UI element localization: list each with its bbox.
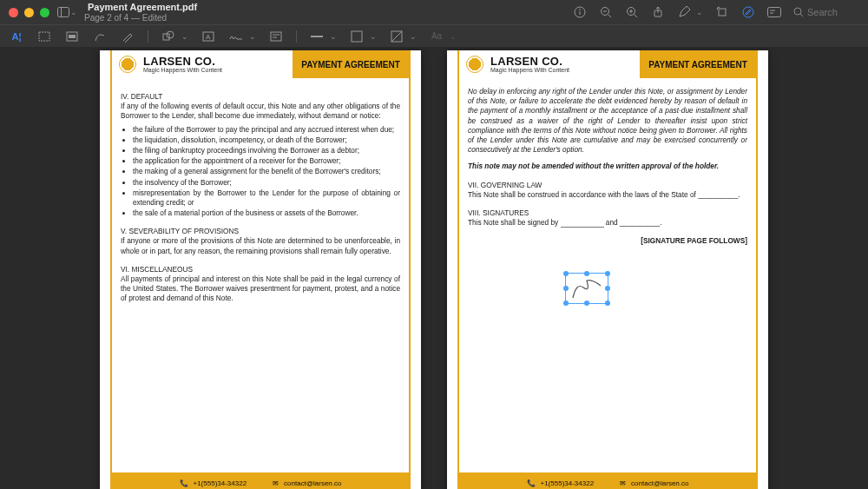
phone-icon: 📞 bbox=[180, 479, 188, 487]
chevron-down-icon[interactable]: ⌄ bbox=[181, 32, 188, 41]
resize-handle[interactable] bbox=[605, 271, 610, 276]
page-footer: 📞+1(555)34-34322 ✉contact@larsen.co bbox=[459, 472, 756, 489]
search-input[interactable] bbox=[807, 7, 859, 17]
footer-email: contact@larsen.co bbox=[631, 479, 688, 487]
chevron-down-icon[interactable]: ⌄ bbox=[370, 32, 377, 41]
svg-rect-21 bbox=[39, 32, 49, 41]
list-item: misrepresentation by the Borrower to the… bbox=[133, 188, 400, 208]
resize-handle[interactable] bbox=[605, 301, 610, 306]
body-text: If anyone or more of the provisions of t… bbox=[121, 236, 400, 255]
chevron-down-icon[interactable]: ⌄ bbox=[330, 32, 337, 41]
svg-line-9 bbox=[635, 15, 638, 18]
body-text: If any of the following events of defaul… bbox=[121, 102, 400, 121]
chevron-down-icon[interactable]: ⌄ bbox=[249, 32, 256, 41]
list-item: the application for the appointment of a… bbox=[133, 156, 400, 166]
titlebar: ⌄ Payment Agreement.pdf Page 2 of 4 — Ed… bbox=[0, 0, 868, 24]
email-icon: ✉ bbox=[620, 479, 626, 487]
document-canvas[interactable]: LARSEN CO. Magic Happens With Content PA… bbox=[0, 47, 868, 489]
document-title: Payment Agreement.pdf bbox=[88, 2, 197, 12]
document-type-flag: PAYMENT AGREEMENT bbox=[640, 50, 756, 78]
stroke-color-tool[interactable] bbox=[349, 29, 365, 44]
sidebar-toggle-icon[interactable] bbox=[56, 5, 70, 19]
company-name: LARSEN CO. bbox=[143, 56, 222, 68]
list-item: the making of a general assignment for t… bbox=[133, 167, 400, 176]
resize-handle[interactable] bbox=[563, 301, 569, 306]
fullscreen-window-button[interactable] bbox=[40, 8, 49, 17]
document-title-group: Payment Agreement.pdf Page 2 of 4 — Edit… bbox=[84, 2, 197, 23]
resize-handle[interactable] bbox=[563, 286, 569, 291]
resize-handle[interactable] bbox=[563, 271, 569, 276]
chevron-down-icon[interactable]: ⌄ bbox=[696, 8, 703, 17]
footer-phone: +1(555)34-34322 bbox=[194, 479, 247, 487]
svg-rect-16 bbox=[768, 8, 781, 17]
company-logo-icon bbox=[466, 56, 483, 73]
resize-handle[interactable] bbox=[584, 301, 589, 306]
note-tool[interactable] bbox=[268, 29, 284, 44]
chevron-down-icon[interactable]: ⌄ bbox=[410, 32, 417, 41]
list-item: the insolvency of the Borrower; bbox=[133, 178, 400, 188]
chevron-down-icon[interactable]: ⌄ bbox=[70, 8, 77, 17]
footer-phone: +1(555)34-34322 bbox=[541, 479, 595, 487]
signature-line: This Note shall be signed by and _______… bbox=[468, 218, 747, 228]
svg-point-19 bbox=[794, 8, 801, 15]
search-field[interactable] bbox=[793, 7, 859, 17]
svg-rect-28 bbox=[271, 32, 281, 41]
svg-rect-32 bbox=[352, 31, 362, 42]
document-type-flag: PAYMENT AGREEMENT bbox=[293, 50, 409, 78]
signature-annotation-selected[interactable] bbox=[565, 273, 608, 304]
text-tool[interactable]: A bbox=[201, 29, 216, 44]
list-item: the liquidation, dissolution, incompeten… bbox=[133, 135, 400, 145]
svg-rect-23 bbox=[69, 35, 76, 38]
body-text: All payments of principal and interest o… bbox=[121, 274, 400, 304]
resize-handle[interactable] bbox=[605, 286, 610, 291]
zoom-out-icon[interactable] bbox=[599, 5, 613, 19]
default-events-list: the failure of the Borrower to pay the p… bbox=[121, 125, 400, 219]
chevron-down-icon[interactable]: ⌄ bbox=[450, 32, 457, 41]
markup-icon[interactable] bbox=[677, 5, 691, 19]
redact-tool[interactable] bbox=[64, 29, 80, 44]
svg-line-6 bbox=[608, 15, 612, 18]
page-3: LARSEN CO. Magic Happens With Content PA… bbox=[447, 50, 768, 489]
draw-tool[interactable] bbox=[120, 29, 135, 44]
markup-toolbar: A¦ ⌄ A ⌄ ⌄ ⌄ ⌄ Aa ⌄ bbox=[0, 24, 868, 47]
line-style-tool[interactable] bbox=[309, 29, 325, 44]
sign-tool[interactable] bbox=[228, 29, 244, 44]
rect-select-tool[interactable] bbox=[36, 29, 52, 44]
fill-color-tool[interactable] bbox=[389, 29, 404, 44]
svg-rect-0 bbox=[58, 8, 69, 17]
page-header: LARSEN CO. Magic Happens With Content PA… bbox=[459, 50, 756, 78]
company-logo-icon bbox=[119, 56, 136, 73]
share-icon[interactable] bbox=[651, 5, 665, 19]
footer-email: contact@larsen.co bbox=[284, 479, 341, 487]
zoom-in-icon[interactable] bbox=[625, 5, 639, 19]
close-window-button[interactable] bbox=[9, 8, 18, 17]
email-icon: ✉ bbox=[273, 479, 279, 487]
document-subtitle: Page 2 of 4 — Edited bbox=[84, 13, 197, 23]
svg-text:A: A bbox=[206, 33, 211, 41]
shapes-tool[interactable] bbox=[161, 29, 176, 44]
company-tagline: Magic Happens With Content bbox=[490, 67, 569, 73]
section-heading: V. SEVERABILITY OF PROVISIONS bbox=[121, 227, 400, 236]
page-footer: 📞+1(555)34-34322 ✉contact@larsen.co bbox=[112, 472, 409, 489]
form-icon[interactable] bbox=[767, 5, 781, 19]
phone-icon: 📞 bbox=[527, 479, 536, 487]
text-selection-tool[interactable]: A¦ bbox=[9, 29, 24, 44]
rotate-icon[interactable] bbox=[715, 5, 729, 19]
font-tool[interactable]: Aa bbox=[429, 29, 444, 44]
minimize-window-button[interactable] bbox=[24, 8, 34, 17]
svg-point-4 bbox=[579, 9, 581, 10]
company-name: LARSEN CO. bbox=[490, 56, 569, 68]
section-heading: IV. DEFAULT bbox=[121, 92, 400, 102]
window-controls bbox=[9, 8, 49, 17]
svg-rect-14 bbox=[719, 9, 726, 16]
section-heading: VI. MISCELLANEOUS bbox=[121, 265, 400, 274]
page-2: LARSEN CO. Magic Happens With Content PA… bbox=[100, 50, 421, 489]
info-icon[interactable] bbox=[573, 5, 587, 19]
sketch-tool[interactable] bbox=[92, 29, 108, 44]
body-text: This Note shall be construed in accordan… bbox=[468, 190, 747, 200]
company-tagline: Magic Happens With Content bbox=[143, 67, 222, 73]
page-header: LARSEN CO. Magic Happens With Content PA… bbox=[112, 50, 409, 78]
resize-handle[interactable] bbox=[584, 271, 589, 276]
section-heading: VII. GOVERNING LAW bbox=[468, 181, 747, 190]
edit-icon[interactable] bbox=[741, 5, 755, 19]
